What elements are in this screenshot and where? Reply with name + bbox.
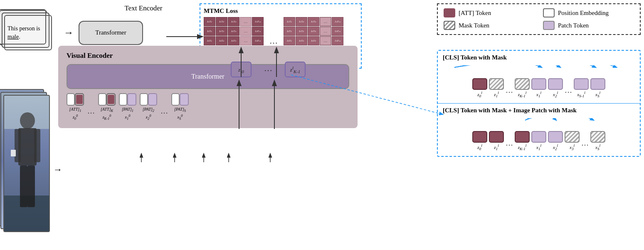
token-box-patch-b2 — [548, 131, 563, 143]
m2-33: I₃T₃ — [308, 36, 319, 45]
person-images — [3, 95, 50, 232]
token-label-x1l: x1l — [536, 91, 541, 98]
token-xS1l: xS-1l — [574, 78, 589, 98]
token-x3l-b: x3l — [565, 131, 580, 151]
token-box-patch-b1 — [531, 131, 546, 143]
token-label-x1l-b: x1l — [536, 144, 541, 151]
vt-z0-label: z00 — [73, 114, 78, 121]
m2-24: … — [320, 27, 331, 36]
token-zKl-b: zK-1l — [515, 131, 530, 151]
token-box-att — [472, 78, 487, 90]
m2-11: I₁T₁ — [284, 17, 295, 26]
token-label-z1l: z1l — [494, 91, 498, 98]
output-zK1-label: zlK-1 — [290, 65, 300, 74]
text-encoder-row: This person is male. → Transformer — [4, 15, 229, 50]
m2-25: I₂Tₘ — [332, 27, 343, 36]
text-encoder-area: Text Encoder This person is male. → Tran… — [4, 4, 229, 50]
svg-rect-4 — [18, 128, 37, 166]
token-box-mask-2 — [515, 78, 530, 90]
vt-x1-label: x10 — [125, 114, 131, 121]
person-silhouette — [4, 96, 50, 232]
vt-dots1: … — [87, 107, 95, 121]
token-x2l: x2l — [548, 78, 563, 98]
legend-att-token: [ATT] Token — [444, 8, 535, 17]
vt-dots2: … — [160, 107, 168, 121]
m2-31: I₃T₁ — [284, 36, 295, 45]
output-z0-label: zl0 — [238, 65, 244, 74]
token-box-patch-4 — [590, 78, 605, 90]
token-box-patch-1 — [531, 78, 546, 90]
patch-token-icon — [543, 21, 555, 30]
cell-23: I₂T₃ — [228, 27, 239, 36]
dots-1a: … — [506, 86, 513, 98]
mtmc-title: MTMC Loss — [204, 7, 358, 15]
m2-23: I₂T₃ — [308, 27, 319, 36]
token-label-x2l: x2l — [553, 91, 558, 98]
cell-21: I₂T₁ — [204, 27, 215, 36]
token-label-zKl-b: zK-1l — [518, 144, 527, 151]
m2-12: I₁T₂ — [296, 17, 307, 26]
vt-pat2-box — [148, 93, 157, 106]
cls-section-2: [CLS] Token with Mask + Image Patch with… — [438, 103, 640, 156]
cell-25: I₂Tₘ — [252, 27, 264, 36]
token-x1l-b: x1l — [531, 131, 546, 151]
token-label-z0l-b: z0l — [477, 144, 482, 151]
token-box-patch-2 — [548, 78, 563, 90]
vt-x2-label: x20 — [146, 114, 151, 121]
output-zK1-box: zlK-1 — [285, 62, 306, 77]
pos-embed-label: Position Embedding — [558, 10, 609, 17]
output-dots: … — [264, 64, 272, 77]
token-z1l: z1l — [489, 78, 504, 98]
svg-rect-6 — [34, 129, 40, 162]
output-z0: zl0 — [231, 62, 252, 77]
vt-patS-label: [PAT]S — [174, 107, 186, 113]
token-xSl: xSl — [590, 78, 605, 98]
token-label-xSl: xSl — [595, 91, 600, 98]
pos-embed-icon — [543, 8, 555, 17]
att-token-icon — [444, 8, 455, 17]
token-z0l-b: z0l — [472, 131, 487, 151]
svg-rect-5 — [15, 129, 21, 162]
legend-patch-token: Patch Token — [543, 21, 634, 30]
token-label-xSl-b: xSl — [595, 144, 600, 151]
cell-35: I₃Tₘ — [252, 36, 264, 45]
token-label-zKl: zK-1l — [518, 91, 527, 98]
output-zK1: zlK-1 — [285, 62, 306, 77]
token-label-z0l: z0l — [477, 91, 482, 98]
vt-xS-label: xS0 — [178, 114, 183, 121]
text-input-box: This person is male. — [4, 15, 52, 50]
m2-34: … — [320, 36, 331, 45]
patch-token-label: Patch Token — [558, 22, 589, 29]
m2-22: I₂T₂ — [296, 27, 307, 36]
visual-encoder-title: Visual Encoder — [67, 52, 349, 60]
mask-token-icon — [444, 21, 455, 30]
person-image — [3, 95, 50, 232]
dots-2a: … — [506, 139, 513, 151]
cell-14: … — [240, 17, 252, 26]
visual-encoder-area: Visual Encoder Transformer [ATT]1 z00 … — [58, 46, 358, 128]
vt-zK1-label: zK-10 — [103, 114, 111, 121]
svg-rect-8 — [27, 166, 35, 207]
vt-pat1-box — [127, 93, 136, 106]
cell-15: I₁Tₘ — [252, 17, 264, 26]
cls-title-2: [CLS] Token with Mask + Image Patch with… — [443, 107, 635, 114]
cls-title-1: [CLS] Token with Mask — [443, 54, 635, 61]
token-z1l-b: z1l — [489, 131, 504, 151]
visual-input-token-row: [ATT]1 z00 … [ATT]K zK-10 [PAT]1 x10 — [67, 93, 349, 122]
token-box-mask-b1 — [565, 131, 580, 143]
token-z0l: z0l — [472, 78, 487, 98]
cell-34: … — [240, 36, 252, 45]
cell-12: I₁T₂ — [216, 17, 227, 26]
svg-point-3 — [20, 112, 35, 129]
output-tokens-area: zl0 … zlK-1 — [231, 62, 306, 77]
m2-35: I₃Tₘ — [332, 36, 343, 45]
vt-pat2: [PAT]2 x20 — [140, 93, 157, 121]
vt-patS: [PAT]S xS0 — [171, 93, 189, 121]
matrix-ellipsis: … — [268, 36, 279, 46]
vt-pos-att1 — [67, 93, 75, 106]
token-label-x3l-b: x3l — [570, 144, 575, 151]
text-transformer-box: Transformer — [79, 21, 143, 45]
vt-att1-label: [ATT]1 — [69, 107, 81, 113]
token-label-z1l-b: z1l — [494, 144, 498, 151]
visual-transformer-label: Transformer — [191, 73, 224, 80]
